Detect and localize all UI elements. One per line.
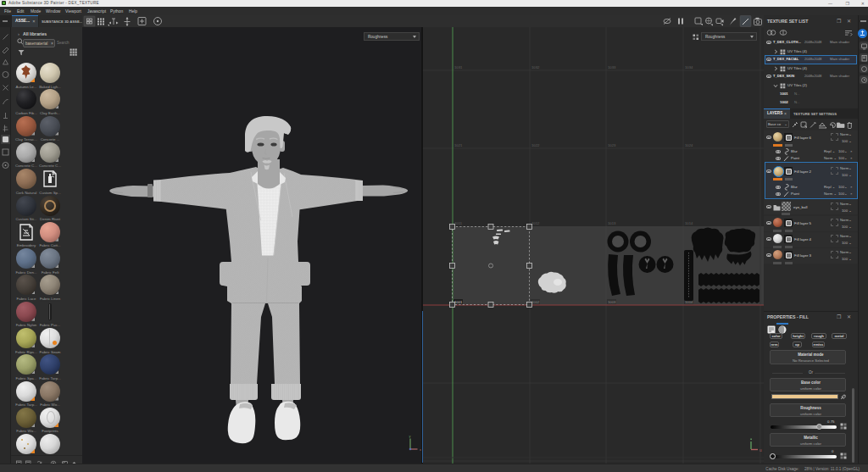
svg-text:1002: 1002 [531, 300, 540, 304]
svg-text:1014: 1014 [685, 221, 693, 225]
svg-text:1033: 1033 [608, 65, 616, 69]
svg-text:1001: 1001 [454, 300, 463, 304]
svg-text:1022: 1022 [531, 143, 540, 147]
svg-text:1032: 1032 [531, 65, 540, 69]
svg-text:1011: 1011 [454, 221, 463, 225]
svg-text:y: y [409, 434, 411, 438]
svg-text:1012: 1012 [531, 221, 540, 225]
svg-text:1031: 1031 [454, 65, 463, 69]
svg-text:1034: 1034 [685, 65, 693, 69]
svg-text:1021: 1021 [454, 143, 463, 147]
svg-text:1023: 1023 [608, 143, 616, 147]
svg-text:1013: 1013 [608, 221, 616, 225]
svg-text:1024: 1024 [685, 143, 693, 147]
svg-text:1003: 1003 [608, 300, 616, 304]
